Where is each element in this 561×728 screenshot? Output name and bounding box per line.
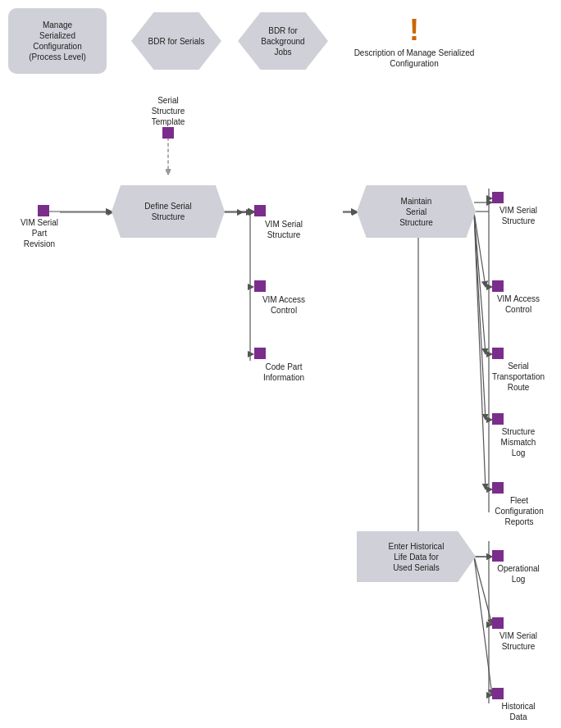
historical-data-icon [492, 688, 504, 699]
exclaim-icon: ! [409, 13, 419, 48]
vim-serial-struct-1-label: VIM Serial Structure [243, 219, 325, 240]
maintain-serial-structure-node: Maintain Serial Structure [357, 185, 476, 238]
description-node: ! Description of Manage Serialized Confi… [353, 4, 476, 78]
vim-serial-struct-3-label: VIM Serial Structure [481, 630, 555, 652]
vim-access-control-2-icon [492, 280, 504, 292]
maintain-serial-label: Maintain Serial Structure [399, 196, 433, 228]
vim-serial-struct-2-icon [492, 192, 504, 203]
diagram: Manage Serialized Configuration (Process… [0, 0, 561, 728]
vim-serial-part-rev-label: VIM Serial Part Revision [2, 217, 76, 249]
bdr-serials-node: BDR for Serials [131, 12, 221, 70]
code-part-info-icon [254, 348, 266, 359]
serial-template-label: Serial Structure Template [130, 95, 207, 127]
code-part-info-label: Code Part Information [243, 362, 325, 383]
define-serial-label: Define Serial Structure [144, 201, 191, 222]
serial-template-icon [162, 127, 174, 139]
structure-mismatch-log-icon [492, 413, 504, 425]
define-serial-structure-node: Define Serial Structure [112, 185, 225, 238]
enter-historical-node: Enter Historical Life Data for Used Seri… [357, 531, 476, 582]
operational-log-icon [492, 550, 504, 562]
vim-serial-struct-3-icon [492, 617, 504, 629]
manage-serialized-label: Manage Serialized Configuration (Process… [29, 20, 85, 62]
vim-access-control-1-label: VIM Access Control [243, 294, 325, 316]
manage-serialized-node: Manage Serialized Configuration (Process… [8, 8, 107, 74]
historical-data-label: Historical Data [481, 701, 555, 722]
vim-access-control-2-label: VIM Access Control [481, 293, 555, 315]
vim-serial-struct-2-label: VIM Serial Structure [481, 205, 555, 226]
serial-transportation-route-icon [492, 348, 504, 359]
structure-mismatch-log-label: Structure Mismatch Log [481, 426, 555, 458]
bdr-background-label: BDR for Background Jobs [261, 25, 304, 57]
vim-access-control-1-icon [254, 280, 266, 292]
vim-serial-part-rev-icon [38, 205, 49, 216]
bdr-background-node: BDR for Background Jobs [238, 12, 328, 70]
description-label: Description of Manage Serialized Configu… [353, 48, 476, 69]
serial-transportation-route-label: Serial Transportation Route [481, 361, 555, 393]
enter-historical-label: Enter Historical Life Data for Used Seri… [389, 541, 445, 573]
bdr-serials-label: BDR for Serials [148, 36, 205, 47]
vim-serial-struct-1-icon [254, 205, 266, 216]
fleet-config-reports-icon [492, 482, 504, 494]
fleet-config-reports-label: Fleet Configuration Reports [480, 495, 559, 527]
svg-line-10 [474, 212, 486, 354]
operational-log-label: Operational Log [481, 563, 555, 585]
